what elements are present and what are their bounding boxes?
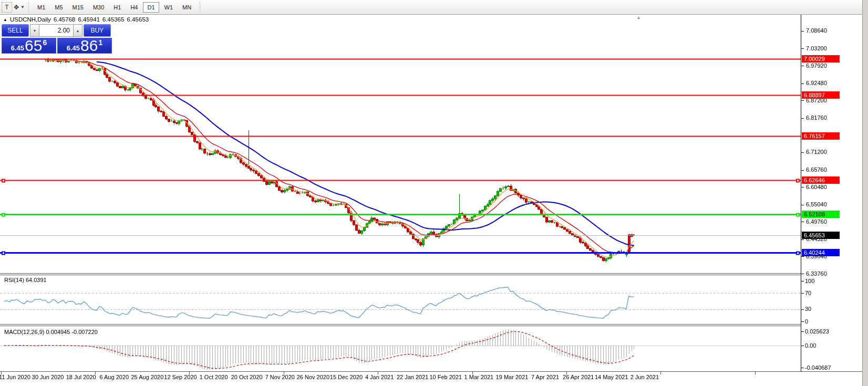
macd-axis-tick: 0.025623	[805, 328, 829, 335]
expand-chart-icon[interactable]: ▲	[3, 17, 7, 22]
date-axis-label: 19 Mar 2021	[496, 374, 529, 380]
current-price-label: 6.45653	[802, 232, 840, 239]
volume-input[interactable]	[39, 24, 73, 37]
chart-header: ▲ USDCNH,Daily 6.45768 6.45941 6.45365 6…	[3, 16, 151, 23]
price-axis-tick: 6.81760	[806, 114, 827, 121]
rsi-indicator-label: RSI(14) 64.0391	[4, 277, 47, 283]
macd-axis-tick: -0.040687	[805, 364, 831, 371]
timeframe-button-mn[interactable]: MN	[178, 2, 195, 13]
buy-price-point: 1	[98, 38, 102, 47]
date-axis-label: 11 Jun 2020	[0, 374, 30, 380]
sell-price-point: 6	[43, 38, 47, 47]
arrows-tool-icon: ✥	[14, 4, 19, 11]
price-axis-tick: 6.60480	[806, 184, 827, 190]
one-click-trading-panel: SELL ▼ ▲ BUY 6.45656 6.45861	[2, 24, 112, 54]
window-edge-strip	[862, 0, 868, 386]
price-axis-tick: 7.03200	[806, 45, 827, 51]
timeframe-button-h4[interactable]: H4	[126, 2, 142, 13]
date-axis-label: 20 Oct 2020	[231, 374, 263, 380]
date-axis-label: 18 Jul 2020	[66, 374, 96, 380]
level-price-label: 6.52108	[802, 211, 840, 218]
chevron-down-icon: ▼	[20, 5, 25, 9]
chart-shift-marker-icon[interactable]: ▲	[636, 15, 641, 20]
timeframe-button-m30[interactable]: M30	[89, 2, 108, 13]
toolbar: T ✥ ▼ M1M5M15M30H1H4D1W1MN	[0, 0, 868, 15]
buy-price-display[interactable]: 6.45861	[57, 38, 112, 54]
rsi-axis-tick: 70	[805, 290, 811, 296]
macd-axis-tick: 0.00	[805, 342, 816, 349]
date-axis-label: 26 Apr 2021	[563, 374, 594, 380]
date-axis-label: 1 Oct 2020	[200, 374, 228, 380]
text-tool-button[interactable]: T	[2, 2, 12, 13]
date-axis-label: 30 Jun 2020	[32, 374, 64, 380]
buy-button[interactable]: BUY	[84, 24, 111, 37]
rsi-axis-tick: 100	[805, 278, 814, 284]
timeframe-button-d1[interactable]: D1	[143, 2, 159, 13]
sell-button[interactable]: SELL	[2, 24, 29, 37]
chevron-down-icon: ▼	[33, 29, 37, 33]
trade-panel-controls: SELL ▼ ▲ BUY	[2, 24, 112, 37]
terminal-window: T ✥ ▼ M1M5M15M30H1H4D1W1MN ▲ USDCNH,Dail…	[0, 0, 868, 386]
toolbar-grip	[200, 2, 200, 13]
sell-price-display[interactable]: 6.45656	[2, 38, 56, 54]
price-axis-tick: 6.97920	[806, 62, 827, 69]
arrows-tool-button[interactable]: ✥ ▼	[14, 2, 25, 13]
price-axis-tick: 6.92480	[806, 80, 827, 86]
ohlc-open: 6.45768	[54, 16, 76, 23]
buy-price-pips: 86	[80, 38, 98, 53]
level-price-label: 6.40244	[802, 249, 840, 256]
timeframe-button-h1[interactable]: H1	[109, 2, 125, 13]
date-axis-label: 25 Aug 2020	[131, 374, 163, 380]
level-price-label: 6.88897	[802, 91, 840, 99]
date-axis-label: 10 Feb 2021	[429, 374, 462, 380]
date-axis-label: 7 Apr 2021	[531, 374, 559, 380]
timeframe-button-w1[interactable]: W1	[160, 2, 178, 13]
chevron-up-icon: ▲	[76, 29, 80, 33]
level-price-label: 7.00029	[802, 55, 840, 62]
price-axis-tick: 6.55040	[806, 201, 827, 207]
trade-panel-quotes: 6.45656 6.45861	[2, 38, 112, 54]
timeframe-button-m5[interactable]: M5	[50, 2, 67, 13]
date-axis-label: 7 Nov 2020	[265, 374, 295, 380]
price-axis-tick: 6.71200	[806, 149, 827, 155]
ohlc-low: 6.45365	[102, 16, 125, 23]
timeframe-button-m1[interactable]: M1	[33, 2, 49, 13]
date-axis-label: 2 Jun 2021	[631, 374, 659, 380]
chart-canvas[interactable]	[0, 0, 868, 386]
price-axis-tick: 6.33760	[806, 270, 827, 277]
date-axis-label: 14 May 2021	[595, 374, 628, 380]
rsi-axis-tick: 30	[805, 306, 811, 312]
sell-price-pips: 65	[25, 38, 42, 53]
level-price-label: 6.62646	[802, 176, 840, 184]
level-price-label: 6.76157	[802, 132, 840, 140]
price-axis-tick: 7.08640	[806, 27, 827, 34]
date-axis-label: 15 Dec 2020	[330, 374, 363, 380]
symbol-title: USDCNH,Daily	[10, 16, 51, 23]
date-axis-label: 22 Jan 2021	[397, 374, 429, 380]
date-axis-label: 6 Aug 2020	[99, 374, 129, 380]
ohlc-high: 6.45941	[78, 16, 100, 23]
macd-indicator-label: MACD(12,26,9) 0.004945 -0.007220	[4, 329, 98, 335]
price-axis-tick: 6.65760	[806, 166, 827, 173]
sell-price-prefix: 6.45	[11, 44, 24, 52]
timeframe-group: M1M5M15M30H1H4D1W1MN	[33, 2, 196, 13]
volume-stepper: ▼ ▲	[30, 24, 82, 37]
date-axis-label: 4 Jan 2021	[365, 374, 394, 380]
rsi-axis-tick: 0	[805, 318, 808, 325]
date-axis-label: 1 Mar 2021	[464, 374, 494, 380]
ohlc-close: 6.45653	[127, 16, 149, 23]
volume-decrease-button[interactable]: ▼	[30, 24, 39, 37]
buy-price-prefix: 6.45	[67, 44, 80, 52]
timeframe-button-m15[interactable]: M15	[68, 2, 88, 13]
volume-increase-button[interactable]: ▲	[73, 24, 82, 37]
date-axis-label: 26 Nov 2020	[297, 374, 329, 380]
price-axis-tick: 6.49760	[806, 218, 827, 225]
date-axis-label: 12 Sep 2020	[164, 374, 197, 380]
toolbar-grip	[28, 2, 29, 13]
